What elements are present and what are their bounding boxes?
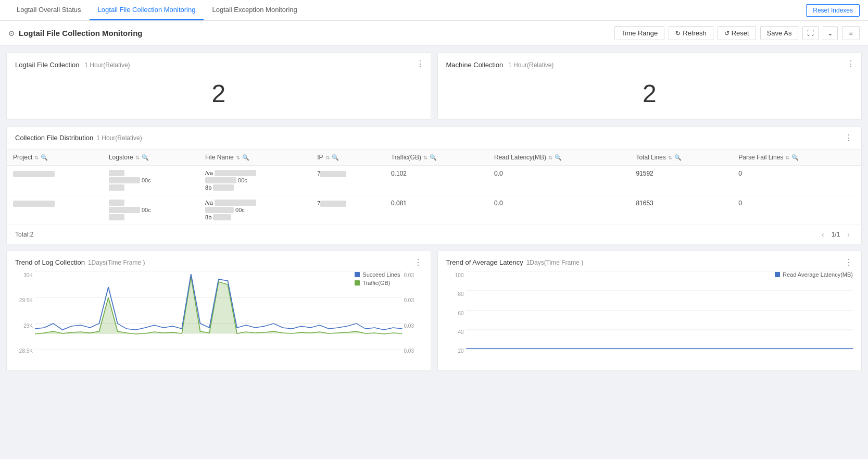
cell-logstore-1: 00c [103,195,199,225]
col-read-latency: Read Latency(MB) ⇅ 🔍 [488,150,630,166]
page-header: ⊙ Logtail File Collection Monitoring Tim… [0,21,868,46]
stats-row: Logtail File Collection 1 Hour(Relative)… [6,52,862,120]
top-nav: Logtail Overall Status Logtail File Coll… [0,0,868,21]
refresh-button[interactable]: ↻ Refresh [669,26,713,40]
cell-ip-1: 7 [311,195,385,225]
stat-card-subtitle-1: 1 Hour(Relative) [508,61,553,69]
cell-logstore-0: 00c [103,166,199,195]
page-title-container: ⊙ Logtail File Collection Monitoring [8,29,142,38]
cell-total-lines-1: 81653 [630,195,732,225]
y-label-29-5k: 29.5K [15,297,35,303]
cell-total-lines-0: 91592 [630,166,732,195]
search-icon-filename[interactable]: 🔍 [242,154,249,161]
chart-title-0: Trend of Log Collection [15,258,85,266]
tab-file-collection[interactable]: Logtail File Collection Monitoring [90,0,204,20]
table-total: Total:2 [15,231,33,238]
cell-parse-fail-0: 0 [732,166,861,195]
reset-indexes-button[interactable]: Reset Indexes [806,4,860,17]
sort-icon-traffic[interactable]: ⇅ [423,155,427,160]
tab-overall[interactable]: Logtail Overall Status [8,0,90,20]
cell-filename-0: /va 00c 8b [199,166,311,195]
stat-card-header: Logtail File Collection 1 Hour(Relative) [15,61,422,69]
col-parse-fail: Parse Fail Lines ⇅ 🔍 [732,150,861,166]
sort-icon-read-latency[interactable]: ⇅ [548,155,552,160]
y-label-20: 20 [446,348,466,354]
save-as-label: Save As [767,29,792,37]
stat-card-menu-1[interactable]: ⋮ [847,59,855,69]
collection-data-table: Project ⇅ 🔍 Logstore ⇅ 🔍 [7,150,861,225]
y-label-30k: 30K [15,272,35,278]
search-icon-total-lines[interactable]: 🔍 [674,154,682,161]
chart-subtitle-0: 1Days(Time Frame ) [88,259,145,266]
search-icon-project[interactable]: 🔍 [41,154,48,161]
sort-icon-project[interactable]: ⇅ [34,155,39,160]
sort-icon-filename[interactable]: ⇅ [236,155,240,160]
expand-button[interactable]: ⛶ [802,26,819,40]
cell-filename-1: /va 00c 8b [199,195,311,225]
y-right-label-1: 0.03 [402,272,422,278]
tab-exception[interactable]: Logtail Exception Monitoring [204,0,305,20]
charts-row: Trend of Log Collection 1Days(Time Frame… [6,251,862,371]
chart-title-1: Trend of Average Latency [446,258,523,266]
collection-table-section: Collection File Distribution 1 Hour(Rela… [6,126,862,244]
table-subtitle: 1 Hour(Relative) [96,134,142,142]
search-icon-parse-fail[interactable]: 🔍 [791,154,799,161]
legend-succeed-lines: Succeed Lines [355,271,400,278]
search-icon-read-latency[interactable]: 🔍 [555,154,562,161]
refresh-label: Refresh [683,29,707,37]
chart-body-0: 30K 29.5K 29K 28.5K [7,271,431,370]
chart-legend-0: Succeed Lines Traffic(GB) [355,271,400,286]
nav-tabs: Logtail Overall Status Logtail File Coll… [8,0,306,20]
more-options-button[interactable]: ⌄ [823,26,838,40]
settings-icon: ≡ [849,29,853,37]
chart-menu-1[interactable]: ⋮ [845,257,853,267]
stat-card-menu-0[interactable]: ⋮ [416,59,424,69]
stat-card-subtitle-0: 1 Hour(Relative) [84,61,130,69]
sort-icon-ip[interactable]: ⇅ [325,155,330,160]
header-actions: Time Range ↻ Refresh ↺ Reset Save As ⛶ ⌄… [614,26,860,40]
cell-parse-fail-1: 0 [732,195,861,225]
col-filename: File Name ⇅ 🔍 [199,150,311,166]
sort-icon-parse-fail[interactable]: ⇅ [785,155,789,160]
search-icon-traffic[interactable]: 🔍 [430,154,437,161]
y-label-29k: 29K [15,323,35,329]
next-page-button[interactable]: › [844,229,853,240]
save-as-button[interactable]: Save As [760,26,799,40]
legend-dot-latency [775,272,780,277]
stat-card-title-0: Logtail File Collection [15,61,80,69]
table-menu-button[interactable]: ⋮ [845,133,853,143]
sort-icon-logstore[interactable]: ⇅ [135,155,140,160]
prev-page-button[interactable]: ‹ [819,229,827,240]
time-range-label: Time Range [621,29,658,37]
reset-label: Reset [732,29,749,37]
legend-dot-blue [355,272,360,277]
cell-project-0: yer [7,166,103,195]
chart-menu-0[interactable]: ⋮ [414,257,422,267]
refresh-icon: ↻ [675,30,681,37]
y-label-80: 80 [446,291,466,297]
y-right-label-3: 0.03 [402,323,422,329]
cell-traffic-0: 0.102 [385,166,488,195]
logtail-file-collection-card: Logtail File Collection 1 Hour(Relative)… [6,52,431,120]
cell-traffic-1: 0.081 [385,195,488,225]
legend-read-avg-latency: Read Average Latency(MB) [775,271,853,278]
stat-card-header-1: Machine Collection 1 Hour(Relative) [446,61,853,69]
sort-icon-total-lines[interactable]: ⇅ [668,155,672,160]
table-row: yer 00c /va 00c 8b [7,195,861,225]
reset-button[interactable]: ↺ Reset [718,26,756,40]
legend-dot-green [355,280,360,286]
time-range-button[interactable]: Time Range [614,26,664,40]
settings-button[interactable]: ≡ [842,26,860,40]
col-logstore: Logstore ⇅ 🔍 [103,150,199,166]
col-project: Project ⇅ 🔍 [7,150,103,166]
search-icon-ip[interactable]: 🔍 [332,154,339,161]
chart-header-0: Trend of Log Collection 1Days(Time Frame… [7,251,431,271]
y-label-100: 100 [446,272,466,278]
avg-latency-svg [466,271,853,350]
table-header: Collection File Distribution 1 Hour(Rela… [7,127,861,150]
search-icon-logstore[interactable]: 🔍 [142,154,149,161]
project-value-0: yer [13,171,55,177]
y-right-label-4: 0.03 [402,348,422,354]
log-collection-svg [35,271,402,350]
pagination: ‹ 1/1 › [819,229,853,240]
